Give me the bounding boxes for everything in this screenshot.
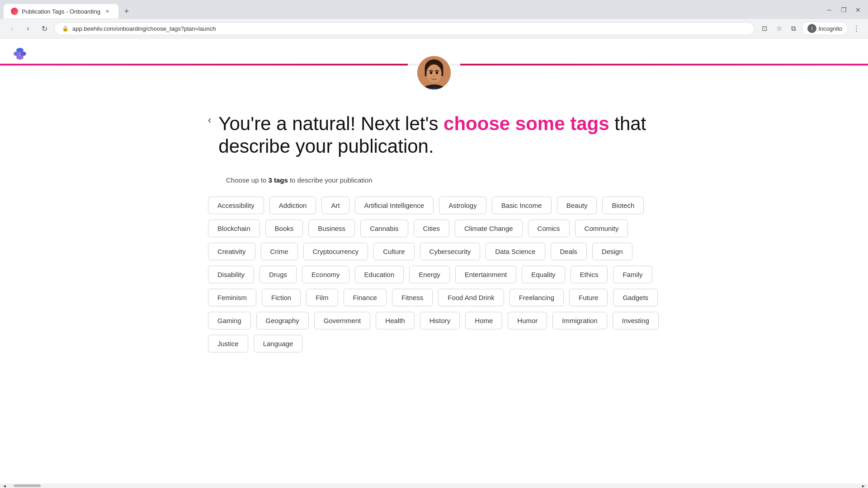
tag-pill[interactable]: Disability <box>208 266 254 283</box>
progress-bar-left <box>0 64 408 66</box>
tag-pill[interactable]: Investing <box>613 312 659 329</box>
back-nav-button[interactable]: ‹ <box>5 22 18 35</box>
svg-point-7 <box>426 65 441 83</box>
tag-pill[interactable]: Food And Drink <box>438 289 504 306</box>
tag-pill[interactable]: Artificial Intelligence <box>355 197 434 214</box>
svg-point-3 <box>16 55 24 60</box>
avatar-image <box>417 56 451 89</box>
subtitle: Choose up to 3 tags to describe your pub… <box>226 176 660 184</box>
tag-pill[interactable]: Accessibility <box>208 197 264 214</box>
beehiiv-logo-icon <box>11 44 29 62</box>
tag-pill[interactable]: Ethics <box>571 266 608 283</box>
browser-chrome: Publication Tags - Onboarding ✕ + ─ ❐ ✕ … <box>0 0 868 38</box>
tag-pill[interactable]: Deals <box>551 243 587 260</box>
tag-pill[interactable]: Data Science <box>486 243 545 260</box>
menu-icon[interactable]: ⋮ <box>850 22 863 35</box>
address-bar[interactable]: 🔒 app.beehiiv.com/onboarding/choose_tags… <box>54 22 755 35</box>
tag-pill[interactable]: Art <box>321 197 349 214</box>
main-content: ‹ You're a natural! Next let's choose so… <box>118 67 750 371</box>
tag-pill[interactable]: Film <box>306 289 338 306</box>
tag-pill[interactable]: Equality <box>522 266 565 283</box>
tags-container: AccessibilityAddictionArtArtificial Inte… <box>208 197 660 352</box>
cast-icon[interactable]: ⊡ <box>758 22 771 35</box>
subtitle-suffix: to describe your publication <box>288 176 373 184</box>
tab-title: Publication Tags - Onboarding <box>22 8 100 15</box>
tag-pill[interactable]: Energy <box>409 266 450 283</box>
tag-pill[interactable]: Climate Change <box>455 220 523 237</box>
tag-pill[interactable]: Fitness <box>392 289 433 306</box>
tag-pill[interactable]: Crime <box>261 243 298 260</box>
tag-pill[interactable]: Books <box>265 220 303 237</box>
tag-pill[interactable]: Cybersecurity <box>420 243 481 260</box>
forward-nav-button[interactable]: › <box>22 22 34 35</box>
tag-pill[interactable]: Fiction <box>262 289 301 306</box>
tag-pill[interactable]: Basic Income <box>492 197 552 214</box>
tag-pill[interactable]: Cities <box>414 220 450 237</box>
close-button[interactable]: ✕ <box>852 4 864 16</box>
tag-pill[interactable]: Feminism <box>208 289 256 306</box>
url-text: app.beehiiv.com/onboarding/choose_tags?p… <box>72 25 216 32</box>
tag-pill[interactable]: Language <box>254 335 303 352</box>
subtitle-prefix: Choose up to <box>226 176 268 184</box>
tag-pill[interactable]: Blockchain <box>208 220 260 237</box>
window-controls: ─ ❐ ✕ <box>823 4 864 19</box>
tag-pill[interactable]: Entertainment <box>455 266 516 283</box>
tag-pill[interactable]: Cannabis <box>360 220 408 237</box>
tag-pill[interactable]: Economy <box>302 266 349 283</box>
reload-button[interactable]: ↻ <box>38 22 51 35</box>
tag-pill[interactable]: Geography <box>256 312 309 329</box>
tag-pill[interactable]: History <box>420 312 460 329</box>
tag-pill[interactable]: Community <box>575 220 628 237</box>
progress-bar-right <box>460 64 868 66</box>
tag-pill[interactable]: Immigration <box>552 312 607 329</box>
profile-button[interactable]: I Incognito <box>802 22 848 35</box>
user-avatar <box>416 55 452 91</box>
profile-avatar-icon: I <box>807 24 816 33</box>
tag-pill[interactable]: Gadgets <box>613 289 658 306</box>
tag-pill[interactable]: Finance <box>344 289 387 306</box>
headline-prefix: You're a natural! Next let's <box>218 113 443 134</box>
extensions-icon[interactable]: ⧉ <box>787 22 800 35</box>
svg-point-9 <box>436 71 439 74</box>
tag-pill[interactable]: Home <box>465 312 502 329</box>
tab-favicon <box>11 8 18 15</box>
tag-pill[interactable]: Culture <box>373 243 414 260</box>
bookmark-icon[interactable]: ☆ <box>773 22 785 35</box>
tag-pill[interactable]: Education <box>355 266 404 283</box>
new-tab-button[interactable]: + <box>120 5 133 18</box>
back-button[interactable]: ‹ <box>208 113 211 126</box>
lock-icon: 🔒 <box>62 25 69 32</box>
avatar-wrapper <box>416 55 452 91</box>
incognito-label: Incognito <box>818 25 842 32</box>
tag-pill[interactable]: Justice <box>208 335 248 352</box>
toolbar-icons: ⊡ ☆ ⧉ I Incognito ⋮ <box>758 22 863 35</box>
tag-pill[interactable]: Creativity <box>208 243 255 260</box>
tag-pill[interactable]: Cryptocurrency <box>303 243 368 260</box>
minimize-button[interactable]: ─ <box>823 4 835 16</box>
tag-pill[interactable]: Beauty <box>557 197 597 214</box>
address-bar-row: ‹ › ↻ 🔒 app.beehiiv.com/onboarding/choos… <box>0 19 868 38</box>
tag-pill[interactable]: Comics <box>528 220 570 237</box>
tag-pill[interactable]: Government <box>314 312 371 329</box>
tab-close-button[interactable]: ✕ <box>104 8 111 15</box>
tag-pill[interactable]: Future <box>569 289 608 306</box>
tag-pill[interactable]: Gaming <box>208 312 251 329</box>
tab-bar: Publication Tags - Onboarding ✕ + ─ ❐ ✕ <box>0 0 868 19</box>
tag-pill[interactable]: Freelancing <box>509 289 564 306</box>
maximize-button[interactable]: ❐ <box>837 4 850 16</box>
subtitle-bold: 3 tags <box>268 176 288 184</box>
tag-pill[interactable]: Addiction <box>269 197 316 214</box>
logo <box>11 44 29 62</box>
page-content: ‹ You're a natural! Next let's choose so… <box>0 38 868 427</box>
tag-pill[interactable]: Drugs <box>259 266 297 283</box>
tag-pill[interactable]: Business <box>308 220 355 237</box>
headline: You're a natural! Next let's choose some… <box>218 113 660 158</box>
tag-pill[interactable]: Health <box>376 312 414 329</box>
tag-pill[interactable]: Biotech <box>602 197 644 214</box>
svg-point-8 <box>430 71 433 74</box>
tag-pill[interactable]: Humor <box>508 312 547 329</box>
tag-pill[interactable]: Family <box>613 266 652 283</box>
tag-pill[interactable]: Design <box>592 243 632 260</box>
active-tab[interactable]: Publication Tags - Onboarding ✕ <box>4 4 118 19</box>
tag-pill[interactable]: Astrology <box>439 197 486 214</box>
